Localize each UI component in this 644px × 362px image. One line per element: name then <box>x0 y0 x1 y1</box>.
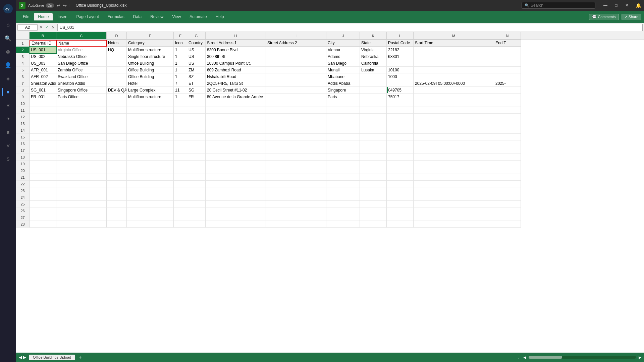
cell-D15[interactable] <box>107 134 127 140</box>
cell-F26[interactable] <box>174 207 187 214</box>
cell-G14[interactable] <box>187 127 206 134</box>
cell-J15[interactable] <box>326 134 360 140</box>
cell-N18[interactable] <box>494 154 521 161</box>
cell-K25[interactable] <box>360 201 387 207</box>
cell-C7[interactable]: Sheraton Addis <box>56 80 107 87</box>
cell-C16[interactable] <box>56 140 107 147</box>
cell-C13[interactable] <box>56 120 107 127</box>
cell-I17[interactable] <box>266 147 326 154</box>
cell-D12[interactable] <box>107 114 127 120</box>
cell-N15[interactable] <box>494 134 521 140</box>
cell-D1[interactable]: Notes <box>107 40 127 47</box>
assets-icon[interactable]: ■ <box>2 86 14 98</box>
sheet-nav-right[interactable]: ▶ <box>23 355 26 360</box>
cell-F27[interactable] <box>174 214 187 221</box>
cell-L19[interactable] <box>387 161 414 167</box>
cell-L18[interactable] <box>387 154 414 161</box>
cell-M19[interactable] <box>414 161 494 167</box>
cell-D2[interactable]: HQ <box>107 47 127 53</box>
cell-E26[interactable] <box>127 207 174 214</box>
cell-K19[interactable] <box>360 161 387 167</box>
cell-F17[interactable] <box>174 147 187 154</box>
cell-M14[interactable] <box>414 127 494 134</box>
cell-B15[interactable] <box>30 134 56 140</box>
cell-G23[interactable] <box>187 187 206 194</box>
row-num-22[interactable]: 22 <box>16 181 30 187</box>
cell-L23[interactable] <box>387 187 414 194</box>
cell-D13[interactable] <box>107 120 127 127</box>
col-header-B[interactable]: B <box>30 32 56 40</box>
tab-review[interactable]: Review <box>146 13 167 20</box>
cell-L10[interactable] <box>387 100 414 107</box>
cell-I26[interactable] <box>266 207 326 214</box>
add-sheet-button[interactable]: + <box>76 354 84 360</box>
cell-M28[interactable] <box>414 221 494 228</box>
cell-G12[interactable] <box>187 114 206 120</box>
cell-N26[interactable] <box>494 207 521 214</box>
undo-icon[interactable]: ↩ <box>57 3 60 8</box>
cell-C18[interactable] <box>56 154 107 161</box>
cell-L21[interactable] <box>387 174 414 181</box>
cell-M18[interactable] <box>414 154 494 161</box>
cell-J10[interactable] <box>326 100 360 107</box>
cell-N12[interactable] <box>494 114 521 120</box>
row-num-26[interactable]: 26 <box>16 207 30 214</box>
cell-E15[interactable] <box>127 134 174 140</box>
row-num-9[interactable]: 9 <box>16 94 30 100</box>
map-icon[interactable]: ◎ <box>2 46 14 58</box>
cell-N24[interactable] <box>494 194 521 201</box>
cell-L3[interactable]: 68301 <box>387 53 414 60</box>
cell-L2[interactable]: 22182 <box>387 47 414 53</box>
cell-B16[interactable] <box>30 140 56 147</box>
cell-E19[interactable] <box>127 161 174 167</box>
cell-M12[interactable] <box>414 114 494 120</box>
cell-C17[interactable] <box>56 147 107 154</box>
cell-G21[interactable] <box>187 174 206 181</box>
cell-M5[interactable] <box>414 67 494 73</box>
cell-G1[interactable]: Country <box>187 40 206 47</box>
cell-G20[interactable] <box>187 167 206 174</box>
cell-F13[interactable] <box>174 120 187 127</box>
cell-N25[interactable] <box>494 201 521 207</box>
cell-I20[interactable] <box>266 167 326 174</box>
formula-fx-icon[interactable]: fx <box>50 25 56 29</box>
cell-F19[interactable] <box>174 161 187 167</box>
cell-G10[interactable] <box>187 100 206 107</box>
cell-H8[interactable]: 20 Cecil Street #11-02 <box>206 87 266 94</box>
cell-I4[interactable] <box>266 60 326 67</box>
cell-D22[interactable] <box>107 181 127 187</box>
cell-H6[interactable]: Nshakabili Road <box>206 73 266 80</box>
reports-icon[interactable]: R <box>2 99 14 111</box>
row-num-10[interactable]: 10 <box>16 100 30 107</box>
cell-K24[interactable] <box>360 194 387 201</box>
cell-N19[interactable] <box>494 161 521 167</box>
cell-B1[interactable]: External ID <box>30 40 56 47</box>
row-num-18[interactable]: 18 <box>16 154 30 161</box>
row-num-6[interactable]: 6 <box>16 73 30 80</box>
cell-C14[interactable] <box>56 127 107 134</box>
cell-C21[interactable] <box>56 174 107 181</box>
cell-C23[interactable] <box>56 187 107 194</box>
cell-G15[interactable] <box>187 134 206 140</box>
cell-M4[interactable] <box>414 60 494 67</box>
cell-F16[interactable] <box>174 140 187 147</box>
cell-H2[interactable]: 8300 Boone Blvd <box>206 47 266 53</box>
cell-B5[interactable]: AFR_001 <box>30 67 56 73</box>
cell-K18[interactable] <box>360 154 387 161</box>
cell-K4[interactable]: California <box>360 60 387 67</box>
cell-J6[interactable]: Mbabane <box>326 73 360 80</box>
col-header-G[interactable]: G <box>187 32 206 40</box>
cell-J12[interactable] <box>326 114 360 120</box>
cell-I15[interactable] <box>266 134 326 140</box>
cell-E10[interactable] <box>127 100 174 107</box>
sheet-tab[interactable]: Office Buildings Upload <box>29 355 75 360</box>
cell-K10[interactable] <box>360 100 387 107</box>
cell-J8[interactable]: Singapore <box>326 87 360 94</box>
cell-K17[interactable] <box>360 147 387 154</box>
cell-G9[interactable]: FR <box>187 94 206 100</box>
cell-N1[interactable]: End T <box>494 40 521 47</box>
cell-H7[interactable]: 2QC5+4R5, Taitu St <box>206 80 266 87</box>
cell-L6[interactable]: 1000 <box>387 73 414 80</box>
cell-N20[interactable] <box>494 167 521 174</box>
cell-I25[interactable] <box>266 201 326 207</box>
